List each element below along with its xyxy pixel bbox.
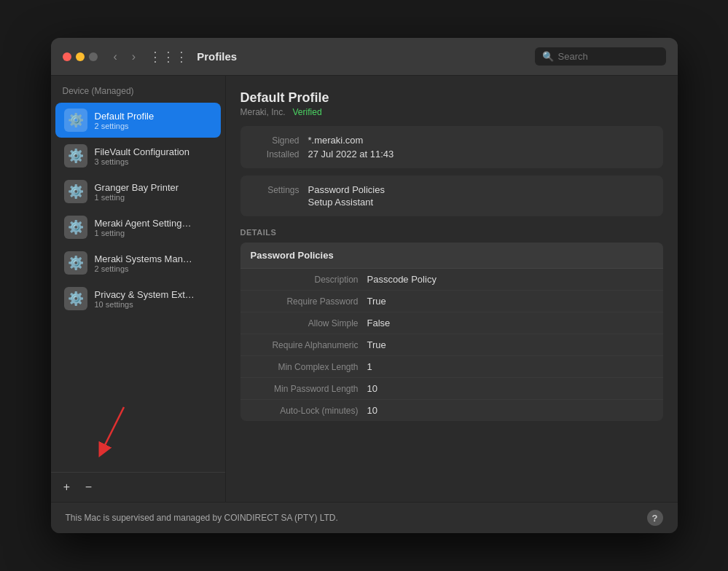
signed-label: Signed [252,135,300,146]
detail-key-3: Require Alphanumeric [251,340,367,350]
signed-installed-card: Signed *.meraki.com Installed 27 Jul 202… [240,126,663,168]
bottom-bar: This Mac is supervised and managed by CO… [51,502,678,533]
content-area: Device (Managed) ⚙️ Default Profile 2 se… [51,76,678,502]
fullscreen-button[interactable] [89,52,98,61]
detail-val-0: Passcode Policy [367,274,437,285]
sidebar-item-granger[interactable]: ⚙️ Granger Bay Printer 1 setting [55,174,221,209]
settings-row: Settings Password Policies Setup Assista… [252,184,651,208]
verified-badge: Verified [293,107,322,117]
profile-icon-meraki-systems: ⚙️ [64,251,87,275]
sidebar-item-meraki-systems[interactable]: ⚙️ Meraki Systems Man… 2 settings [55,245,221,280]
settings-label: Settings [252,184,300,195]
detail-row-5: Min Password Length 10 [240,378,663,400]
details-card: Password Policies Description Passcode P… [240,243,663,421]
profile-icon-default: ⚙️ [64,109,87,132]
profile-info-meraki-agent: Meraki Agent Setting… 1 setting [95,218,192,237]
profile-sub-5: 10 settings [95,300,195,309]
help-button[interactable]: ? [647,510,663,526]
detail-row-2: Allow Simple False [240,312,663,334]
profile-info-granger: Granger Bay Printer 1 setting [95,182,179,202]
settings-values: Password Policies Setup Assistant [308,184,385,208]
add-profile-button[interactable]: + [57,477,77,497]
details-section-label: DETAILS [240,228,663,237]
sidebar-item-meraki-agent[interactable]: ⚙️ Meraki Agent Setting… 1 setting [55,210,221,245]
profile-name-1: FileVault Configuration [95,146,190,157]
bottom-text: This Mac is supervised and managed by CO… [66,513,338,523]
sidebar-footer: + − [51,472,225,502]
signed-row: Signed *.meraki.com [252,135,651,146]
profile-sub-1: 3 settings [95,157,190,166]
profile-icon-meraki-agent: ⚙️ [64,216,87,239]
detail-val-2: False [367,318,391,328]
profile-sub-0: 2 settings [95,122,154,130]
back-button[interactable]: ‹ [109,47,122,66]
details-card-header: Password Policies [240,243,663,269]
remove-profile-button[interactable]: − [79,477,99,497]
search-icon: 🔍 [542,51,554,62]
detail-val-6: 10 [367,405,377,416]
detail-row-3: Require Alphanumeric True [240,334,663,356]
profile-info-filevault: FileVault Configuration 3 settings [95,146,190,166]
profile-sub-2: 1 setting [95,193,179,202]
profile-sub-4: 2 settings [95,264,192,273]
detail-val-1: True [367,296,386,307]
settings-card: Settings Password Policies Setup Assista… [240,176,663,216]
profile-detail-issuer: Meraki, Inc. Verified [240,107,663,117]
sidebar-item-default-profile[interactable]: ⚙️ Default Profile 2 settings [55,103,221,138]
detail-key-4: Min Complex Length [251,362,367,372]
profile-name-0: Default Profile [95,111,154,122]
profile-name-5: Privacy & System Ext… [95,289,195,300]
main-panel: Default Profile Meraki, Inc. Verified Si… [226,76,678,502]
issuer-name: Meraki, Inc. [240,107,286,117]
installed-value: 27 Jul 2022 at 11:43 [308,149,394,160]
settings-item-1: Setup Assistant [308,197,385,208]
sidebar: Device (Managed) ⚙️ Default Profile 2 se… [51,76,226,502]
profile-icon-filevault: ⚙️ [64,144,87,168]
minimize-button[interactable] [76,52,85,61]
forward-button[interactable]: › [128,47,140,66]
detail-val-5: 10 [367,383,377,394]
profile-detail-header: Default Profile Meraki, Inc. Verified [240,90,663,117]
detail-key-1: Require Password [251,296,367,307]
close-button[interactable] [63,52,71,61]
detail-key-0: Description [251,275,367,285]
search-input[interactable] [558,51,659,62]
profile-info-meraki-systems: Meraki Systems Man… 2 settings [95,253,192,273]
titlebar: ‹ › ⋮⋮⋮ Profiles 🔍 [51,38,678,76]
detail-row-4: Min Complex Length 1 [240,356,663,378]
app-window: ‹ › ⋮⋮⋮ Profiles 🔍 Device (Managed) ⚙️ D… [51,38,678,533]
sidebar-list: ⚙️ Default Profile 2 settings ⚙️ FileVau… [51,102,225,472]
settings-item-0: Password Policies [308,184,385,195]
profile-info-default: Default Profile 2 settings [95,111,154,130]
detail-row-0: Description Passcode Policy [240,269,663,291]
profile-name-3: Meraki Agent Setting… [95,218,192,229]
profile-sub-3: 1 setting [95,229,192,237]
detail-key-2: Allow Simple [251,318,367,328]
detail-key-5: Min Password Length [251,384,367,394]
search-bar[interactable]: 🔍 [535,47,666,66]
grid-icon: ⋮⋮⋮ [149,49,188,65]
signed-value: *.meraki.com [308,135,364,146]
detail-row-6: Auto-Lock (minutes) 10 [240,400,663,421]
installed-row: Installed 27 Jul 2022 at 11:43 [252,149,651,160]
detail-val-4: 1 [367,361,372,372]
details-section: DETAILS Password Policies Description Pa… [240,228,663,487]
sidebar-section-label: Device (Managed) [51,76,225,102]
profile-name-2: Granger Bay Printer [95,182,179,193]
sidebar-item-privacy[interactable]: ⚙️ Privacy & System Ext… 10 settings [55,281,221,316]
profile-name-4: Meraki Systems Man… [95,253,192,264]
profile-detail-title: Default Profile [240,90,663,106]
detail-val-3: True [367,339,386,350]
profile-icon-granger: ⚙️ [64,180,87,203]
detail-row-1: Require Password True [240,291,663,312]
traffic-lights [63,52,98,61]
detail-key-6: Auto-Lock (minutes) [251,406,367,416]
profile-icon-privacy: ⚙️ [64,287,87,310]
installed-label: Installed [252,149,300,160]
sidebar-item-filevault[interactable]: ⚙️ FileVault Configuration 3 settings [55,138,221,173]
window-title: Profiles [197,50,528,63]
profile-info-privacy: Privacy & System Ext… 10 settings [95,289,195,309]
